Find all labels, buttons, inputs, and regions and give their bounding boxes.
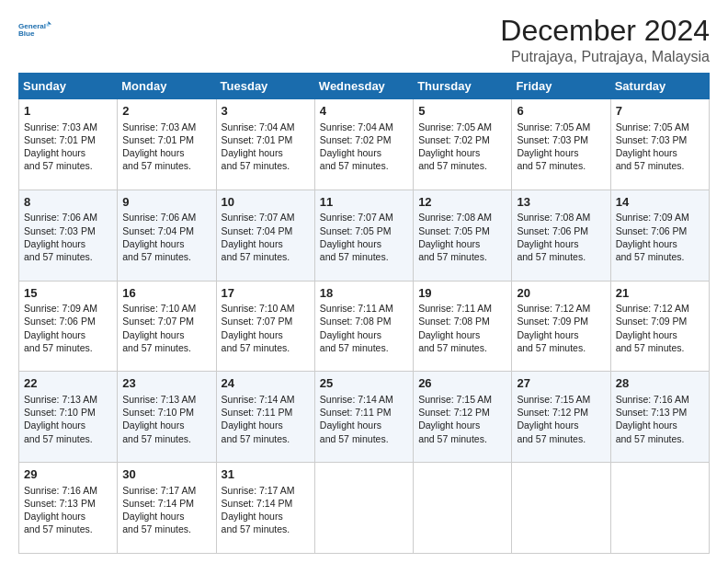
day-number: 7 (616, 103, 704, 120)
daylight-label: Daylight hours (24, 238, 85, 249)
sunrise-label: Sunrise: 7:05 AM (418, 121, 492, 132)
sunrise-label: Sunrise: 7:12 AM (517, 303, 590, 314)
daylight-label: Daylight hours (517, 329, 578, 340)
sunset-label: Sunset: 7:06 PM (616, 225, 688, 236)
daylight-duration: and 57 minutes. (320, 342, 389, 353)
sunset-label: Sunset: 7:10 PM (122, 407, 194, 418)
daylight-duration: and 57 minutes. (122, 433, 191, 444)
day-number: 26 (418, 375, 506, 392)
daylight-label: Daylight hours (24, 419, 85, 431)
day-number: 8 (24, 194, 112, 211)
logo: General Blue (18, 15, 51, 44)
sunrise-label: Sunrise: 7:05 AM (517, 121, 590, 132)
calendar-cell (512, 463, 610, 554)
sunset-label: Sunset: 7:04 PM (122, 225, 194, 236)
day-number: 16 (122, 285, 210, 302)
daylight-duration: and 57 minutes. (24, 251, 93, 262)
calendar-cell: 10 Sunrise: 7:07 AM Sunset: 7:04 PM Dayl… (216, 190, 314, 281)
sunset-label: Sunset: 7:01 PM (222, 134, 293, 145)
location: Putrajaya, Putrajaya, Malaysia (500, 49, 710, 65)
calendar-cell: 11 Sunrise: 7:07 AM Sunset: 7:05 PM Dayl… (314, 190, 413, 281)
calendar-cell: 18 Sunrise: 7:11 AM Sunset: 7:08 PM Dayl… (314, 281, 413, 372)
sunset-label: Sunset: 7:09 PM (517, 316, 588, 327)
day-number: 21 (616, 285, 704, 302)
daylight-duration: and 57 minutes. (418, 160, 487, 171)
day-number: 14 (616, 194, 704, 211)
daylight-duration: and 57 minutes. (222, 523, 290, 534)
sunrise-label: Sunrise: 7:10 AM (222, 303, 295, 314)
daylight-duration: and 57 minutes. (616, 433, 685, 444)
day-number: 23 (122, 375, 210, 392)
daylight-duration: and 57 minutes. (418, 433, 487, 444)
sunset-label: Sunset: 7:14 PM (122, 498, 194, 509)
sunset-label: Sunset: 7:02 PM (320, 134, 392, 145)
day-number: 9 (122, 194, 210, 211)
calendar-cell: 22 Sunrise: 7:13 AM Sunset: 7:10 PM Dayl… (19, 372, 118, 463)
daylight-duration: and 57 minutes. (122, 342, 191, 353)
daylight-duration: and 57 minutes. (517, 251, 586, 262)
daylight-label: Daylight hours (320, 238, 381, 249)
day-number: 19 (418, 285, 506, 302)
calendar-cell: 16 Sunrise: 7:10 AM Sunset: 7:07 PM Dayl… (118, 281, 216, 372)
daylight-label: Daylight hours (122, 147, 184, 158)
sunrise-label: Sunrise: 7:13 AM (24, 394, 97, 405)
calendar-cell: 25 Sunrise: 7:14 AM Sunset: 7:11 PM Dayl… (314, 372, 413, 463)
daylight-label: Daylight hours (24, 147, 85, 158)
daylight-label: Daylight hours (517, 147, 578, 158)
sunset-label: Sunset: 7:07 PM (222, 316, 293, 327)
sunset-label: Sunset: 7:05 PM (418, 225, 490, 236)
sunset-label: Sunset: 7:05 PM (320, 225, 392, 236)
weekday-header-row: SundayMondayTuesdayWednesdayThursdayFrid… (19, 74, 710, 99)
daylight-label: Daylight hours (616, 147, 677, 158)
sunrise-label: Sunrise: 7:03 AM (24, 121, 97, 132)
weekday-header: Wednesday (314, 74, 413, 99)
calendar-cell: 8 Sunrise: 7:06 AM Sunset: 7:03 PM Dayli… (19, 190, 118, 281)
calendar-cell: 12 Sunrise: 7:08 AM Sunset: 7:05 PM Dayl… (414, 190, 512, 281)
calendar-cell: 30 Sunrise: 7:17 AM Sunset: 7:14 PM Dayl… (118, 463, 216, 554)
sunrise-label: Sunrise: 7:06 AM (122, 212, 196, 223)
daylight-duration: and 57 minutes. (320, 160, 389, 171)
day-number: 5 (418, 103, 506, 120)
daylight-duration: and 57 minutes. (24, 523, 93, 534)
daylight-duration: and 57 minutes. (24, 342, 93, 353)
calendar-cell: 20 Sunrise: 7:12 AM Sunset: 7:09 PM Dayl… (512, 281, 610, 372)
calendar-cell: 9 Sunrise: 7:06 AM Sunset: 7:04 PM Dayli… (118, 190, 216, 281)
calendar-cell (610, 463, 709, 554)
daylight-label: Daylight hours (24, 329, 85, 340)
daylight-label: Daylight hours (122, 238, 184, 249)
weekday-header: Tuesday (216, 74, 314, 99)
day-number: 13 (517, 194, 605, 211)
day-number: 24 (222, 375, 310, 392)
daylight-label: Daylight hours (320, 419, 381, 431)
calendar-cell: 2 Sunrise: 7:03 AM Sunset: 7:01 PM Dayli… (118, 99, 216, 190)
sunrise-label: Sunrise: 7:17 AM (122, 485, 196, 496)
day-number: 31 (222, 466, 310, 483)
daylight-duration: and 57 minutes. (222, 433, 290, 444)
daylight-label: Daylight hours (24, 511, 85, 522)
daylight-duration: and 57 minutes. (24, 433, 93, 444)
sunset-label: Sunset: 7:02 PM (418, 134, 490, 145)
calendar-cell: 3 Sunrise: 7:04 AM Sunset: 7:01 PM Dayli… (216, 99, 314, 190)
sunrise-label: Sunrise: 7:13 AM (122, 394, 196, 405)
sunrise-label: Sunrise: 7:03 AM (122, 121, 196, 132)
title-block: December 2024 Putrajaya, Putrajaya, Mala… (500, 15, 710, 65)
daylight-label: Daylight hours (320, 329, 381, 340)
weekday-header: Saturday (610, 74, 709, 99)
daylight-duration: and 57 minutes. (517, 160, 586, 171)
day-number: 15 (24, 285, 112, 302)
weekday-header: Monday (118, 74, 216, 99)
calendar-cell: 6 Sunrise: 7:05 AM Sunset: 7:03 PM Dayli… (512, 99, 610, 190)
day-number: 22 (24, 375, 112, 392)
daylight-label: Daylight hours (616, 419, 677, 431)
sunrise-label: Sunrise: 7:16 AM (616, 394, 689, 405)
sunrise-label: Sunrise: 7:09 AM (616, 212, 689, 223)
calendar-cell: 23 Sunrise: 7:13 AM Sunset: 7:10 PM Dayl… (118, 372, 216, 463)
sunrise-label: Sunrise: 7:10 AM (122, 303, 196, 314)
sunset-label: Sunset: 7:13 PM (616, 407, 688, 418)
sunset-label: Sunset: 7:12 PM (517, 407, 588, 418)
calendar-cell: 29 Sunrise: 7:16 AM Sunset: 7:13 PM Dayl… (19, 463, 118, 554)
daylight-label: Daylight hours (418, 238, 480, 249)
daylight-label: Daylight hours (122, 419, 184, 431)
calendar-cell (414, 463, 512, 554)
calendar-cell: 28 Sunrise: 7:16 AM Sunset: 7:13 PM Dayl… (610, 372, 709, 463)
